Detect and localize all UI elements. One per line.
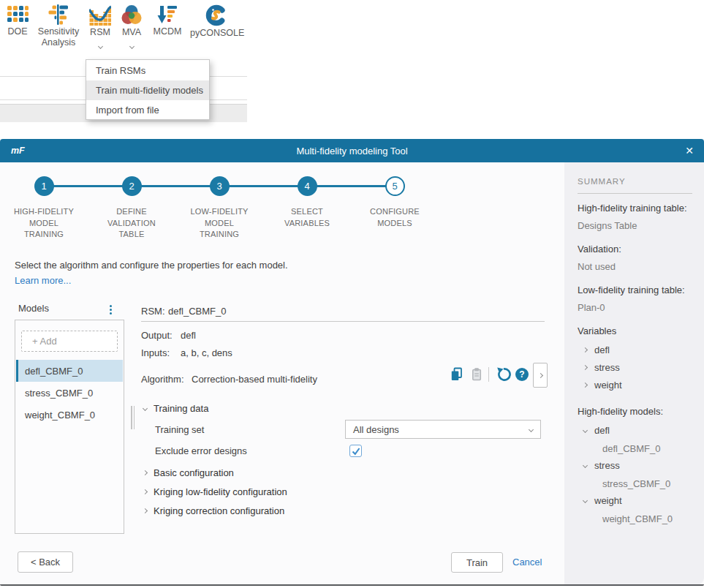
variable-name: stress [594,362,620,373]
dialog-title: Multi-fidelity modeling Tool [296,146,407,157]
summary-model-weight[interactable]: weight_CBMF_0 [602,513,673,524]
rsm-value: defl_CBMF_0 [168,306,226,317]
toolbar-item-pyconsole[interactable]: pyCONSOLE [190,4,243,39]
model-list-item-weight[interactable]: weight_CBMF_0 [16,404,123,426]
undo-icon[interactable] [496,366,512,382]
model-group-name: defl [594,425,610,436]
toolbar-item-sensitivity-analysis[interactable]: Sensitivity Analysis [35,4,82,48]
add-model-button[interactable]: + Add [21,331,118,352]
mva-dropdown-chevron-icon[interactable] [129,44,134,49]
toolbar-item-mva[interactable]: MVA [117,4,146,51]
models-list-panel: + Add defl_CBMF_0 stress_CBMF_0 weight_C… [15,320,124,534]
rsm-dropdown-chevron-icon[interactable] [97,44,102,49]
chevron-down-icon [583,498,588,503]
inputs-label: Inputs: [141,347,170,358]
model-list-item-stress[interactable]: stress_CBMF_0 [16,382,123,404]
model-group-name: stress [594,460,620,471]
summary-variable-stress[interactable]: stress [583,362,620,373]
output-value: defl [181,330,196,341]
training-set-select[interactable]: All designs [345,420,541,439]
step-circle-4[interactable]: 4 [298,176,317,196]
step-circle-1[interactable]: 1 [34,176,54,196]
step-label-1: HIGH-FIDELITY MODEL TRAINING [0,206,88,241]
rsm-menu: Train RSMs Train multi-fidelity models I… [86,59,210,120]
rsm-header-divider [141,321,545,322]
toolbar-label-mva: MVA [117,27,146,38]
summary-hf-table-label: High-fidelity training table: [578,203,687,214]
section-kriging-low-fidelity-configuration[interactable]: Kriging low-fidelity configuration [143,486,287,497]
dialog-bottom-edge [0,584,704,586]
cancel-link[interactable]: Cancel [512,557,542,568]
summary-model-group-defl[interactable]: defl [583,425,610,436]
summary-validation-value: Not used [578,261,616,272]
summary-model-group-stress[interactable]: stress [583,460,620,471]
summary-divider [578,193,692,194]
section-title: Basic configuration [154,467,234,478]
training-set-label: Training set [155,424,204,435]
mva-icon [121,4,143,26]
expand-panel-button[interactable] [533,363,548,388]
section-kriging-correction-configuration[interactable]: Kriging correction configuration [143,505,284,516]
summary-model-group-weight[interactable]: weight [583,495,622,506]
output-label: Output: [141,330,173,341]
variable-name: weight [594,380,622,391]
algorithm-label: Algorithm: [141,374,184,385]
summary-model-stress[interactable]: stress_CBMF_0 [602,478,670,489]
exclude-error-designs-checkbox[interactable] [349,445,362,457]
toolbar-item-doe[interactable]: DOE [3,4,32,37]
sensitivity-analysis-icon [48,4,69,25]
intro-text: Select the algorithm and configure the p… [15,260,288,271]
toolbar-item-rsm[interactable]: RSM [86,4,115,51]
back-button[interactable]: < Back [18,551,73,573]
chevron-right-icon [143,489,148,494]
menu-item-import-from-file[interactable]: Import from file [86,100,209,120]
doe-icon [7,4,29,25]
chevron-right-icon [143,508,148,513]
toolbar-label-analysis: Analysis [35,37,82,48]
model-list-item-defl[interactable]: defl_CBMF_0 [16,360,123,382]
section-basic-configuration[interactable]: Basic configuration [143,467,234,478]
toolbar-item-mcdm[interactable]: MCDM [150,4,185,37]
exclude-error-designs-label: Exclude error designs [155,445,247,456]
summary-lf-table-value: Plan-0 [578,302,605,313]
summary-model-defl[interactable]: defl_CBMF_0 [602,443,660,454]
step-circle-3[interactable]: 3 [210,176,230,196]
summary-variable-weight[interactable]: weight [583,380,622,391]
close-icon[interactable]: ✕ [685,145,694,157]
learn-more-link[interactable]: Learn more... [15,275,71,286]
section-title: Kriging low-fidelity configuration [154,486,287,497]
models-menu-kebab-icon[interactable] [110,305,112,314]
chevron-right-icon [583,365,588,370]
section-title: Kriging correction configuration [154,505,284,516]
panel-splitter-handle[interactable] [131,406,135,429]
chevron-right-icon [143,470,148,475]
step-circle-5[interactable]: 5 [385,176,405,196]
multi-fidelity-dialog: mF Multi-fidelity modeling Tool ✕ SUMMAR… [0,139,704,587]
step-label-4: SELECT VARIABLES [263,206,351,229]
pyconsole-icon [205,4,227,26]
algorithm-value: Correction-based multi-fidelity [192,374,317,385]
summary-validation-label: Validation: [578,244,621,255]
toolbar-label-pyconsole: pyCONSOLE [190,28,243,39]
toolbar-label-doe: DOE [3,26,32,37]
menu-item-train-rsms[interactable]: Train RSMs [86,61,209,80]
paste-clipboard-icon[interactable] [471,367,482,382]
step-label-3: LOW-FIDELITY MODEL TRAINING [175,206,263,241]
copy-icon[interactable] [450,367,464,382]
summary-variable-defl[interactable]: defl [583,344,610,355]
mf-logo: mF [11,146,25,156]
mcdm-icon [156,4,178,25]
step-circle-2[interactable]: 2 [122,176,142,196]
section-training-data[interactable]: Training data [143,403,208,414]
step-label-2: DEFINE VALIDATION TABLE [88,206,175,241]
summary-variables-title: Variables [578,325,616,336]
summary-lf-table-label: Low-fidelity training table: [578,284,685,295]
toolbar-label-sensitivity: Sensitivity [35,26,82,37]
chevron-down-icon [583,463,588,468]
chevron-down-icon [529,426,534,431]
icon-divider [488,367,489,382]
variable-name: defl [594,344,610,355]
menu-item-train-multi-fidelity-models[interactable]: Train multi-fidelity models [86,80,209,100]
train-button[interactable]: Train [451,552,503,573]
help-icon[interactable]: ? [515,368,529,381]
